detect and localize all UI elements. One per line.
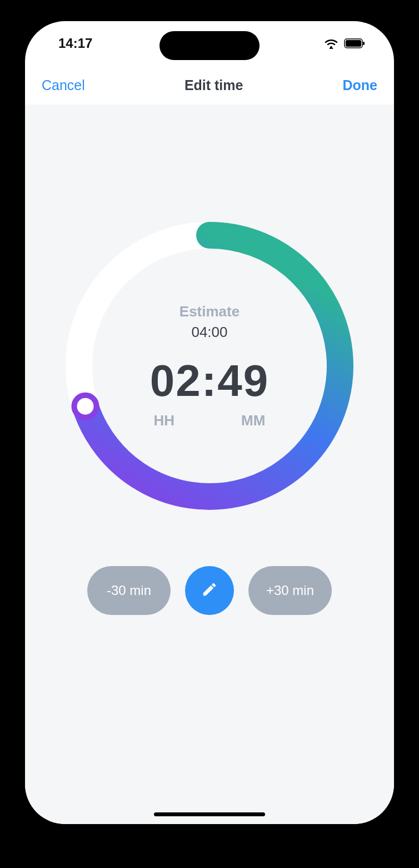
phone-frame: 14:17 Cancel Edit time Done (15, 11, 404, 834)
done-button[interactable]: Done (343, 77, 378, 93)
edit-button[interactable] (185, 566, 234, 615)
adjust-button-row: -30 min +30 min (87, 566, 332, 615)
svg-rect-2 (346, 40, 361, 47)
wifi-icon (324, 38, 338, 49)
home-indicator[interactable] (154, 812, 265, 816)
estimate-label: Estimate (179, 303, 240, 320)
pencil-icon (201, 581, 218, 600)
battery-icon (344, 38, 366, 49)
minus-30-button[interactable]: -30 min (87, 566, 171, 615)
svg-rect-3 (363, 42, 365, 45)
nav-bar: Cancel Edit time Done (25, 66, 394, 105)
status-right (324, 38, 366, 49)
minutes-unit-label: MM (241, 412, 265, 429)
time-dial[interactable]: Estimate 04:00 02:49 HH MM (59, 216, 360, 516)
plus-30-button[interactable]: +30 min (248, 566, 332, 615)
cancel-button[interactable]: Cancel (42, 77, 85, 93)
svg-point-0 (330, 46, 332, 48)
dynamic-island (159, 31, 260, 60)
page-title: Edit time (184, 77, 243, 93)
time-value[interactable]: 02:49 (150, 355, 270, 406)
hours-unit-label: HH (154, 412, 175, 429)
estimate-value: 04:00 (191, 324, 227, 341)
status-time: 14:17 (58, 36, 92, 51)
dial-center: Estimate 04:00 02:49 HH MM (59, 216, 360, 516)
content-area: Estimate 04:00 02:49 HH MM -30 min +30 m… (25, 105, 394, 824)
phone-screen: 14:17 Cancel Edit time Done (25, 21, 394, 824)
unit-row: HH MM (154, 412, 266, 429)
